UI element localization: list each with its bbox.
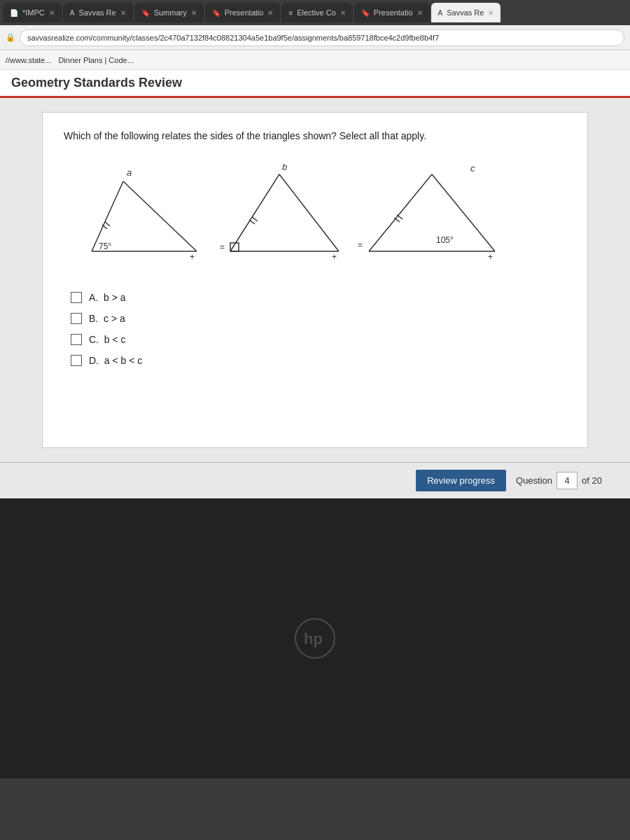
tab-close-savvas2[interactable]: ✕ [488, 9, 493, 17]
svg-line-4 [105, 222, 110, 226]
lock-icon: 🔒 [6, 33, 15, 42]
tab-close-presentation2[interactable]: ✕ [417, 9, 423, 17]
checkbox-b[interactable] [71, 313, 82, 324]
address-bar-input[interactable]: savvasrealize.com/community/classes/2c47… [20, 29, 624, 46]
tab-savvas1[interactable]: A Savvas Re ✕ [63, 3, 133, 22]
tab-close-impc[interactable]: ✕ [49, 9, 55, 17]
tab-presentation1[interactable]: 🔖 Presentatio ✕ [205, 3, 281, 22]
question-label: Question [516, 475, 552, 486]
choice-c[interactable]: C. b < c [71, 334, 566, 345]
browser-tab-bar: 📄 *IMPC ✕ A Savvas Re ✕ 🔖 Summary ✕ 🔖 Pr… [0, 0, 630, 25]
svg-text:=: = [220, 242, 225, 252]
svg-text:+: + [190, 252, 195, 262]
svg-text:+: + [488, 252, 493, 262]
tab-icon-presentation1: 🔖 [212, 9, 220, 17]
address-bar-row: 🔒 savvasrealize.com/community/classes/2c… [0, 25, 630, 50]
tab-icon-elective: ≡ [288, 9, 293, 17]
tab-close-elective[interactable]: ✕ [340, 9, 346, 17]
svg-text:75°: 75° [99, 241, 111, 251]
hp-logo: hp [294, 617, 336, 659]
svg-text:b: b [282, 162, 287, 172]
tab-impc[interactable]: 📄 *IMPC ✕ [3, 3, 62, 22]
bookmark-dinnerplans[interactable]: Dinner Plans | Code... [58, 56, 133, 64]
question-prompt: Which of the following relates the sides… [64, 130, 566, 144]
checkbox-a[interactable] [71, 292, 82, 303]
question-number-box: 4 [556, 472, 578, 489]
page-title: Geometry Standards Review [11, 76, 182, 90]
svg-line-1 [123, 181, 197, 251]
svg-line-0 [92, 181, 123, 251]
choice-b[interactable]: B. c > a [71, 313, 566, 324]
tab-icon-impc: 📄 [10, 9, 18, 17]
triangle2-svg: = + b [209, 160, 349, 272]
choice-a-label: A. b > a [89, 292, 126, 303]
choice-a[interactable]: A. b > a [71, 292, 566, 303]
triangle1-svg: 75° + a [64, 160, 204, 272]
choice-d[interactable]: D. a < b < c [71, 355, 566, 366]
dark-desktop-area: hp [0, 498, 630, 778]
tab-savvas2[interactable]: A Savvas Re ✕ [431, 3, 501, 22]
svg-text:105°: 105° [436, 235, 454, 245]
triangles-illustration: 75° + a = + b [64, 160, 566, 272]
tab-close-presentation1[interactable]: ✕ [267, 9, 273, 17]
svg-text:a: a [127, 167, 132, 178]
svg-line-17 [369, 174, 432, 251]
triangle3-svg: 105° + = c [355, 160, 509, 272]
svg-line-9 [279, 174, 339, 251]
svg-text:hp: hp [304, 630, 323, 648]
main-content: Which of the following relates the sides… [0, 98, 630, 462]
svg-line-12 [252, 217, 258, 221]
page-header: Geometry Standards Review [0, 70, 630, 98]
tab-icon-summary: 🔖 [141, 9, 150, 17]
question-card: Which of the following relates the sides… [42, 112, 588, 448]
svg-text:+: + [332, 252, 337, 262]
tab-icon-savvas1: A [70, 9, 75, 17]
review-progress-button[interactable]: Review progress [416, 470, 506, 491]
tab-summary[interactable]: 🔖 Summary ✕ [134, 3, 204, 22]
bookmark-state[interactable]: //www.state... [6, 56, 51, 64]
choice-c-label: C. b < c [89, 334, 126, 345]
of-total: of 20 [582, 475, 602, 486]
tab-presentation2[interactable]: 🔖 Presentatio ✕ [354, 3, 430, 22]
svg-text:=: = [358, 240, 363, 250]
bottom-bar: Review progress Question 4 of 20 [0, 462, 630, 498]
svg-line-21 [397, 215, 402, 219]
tab-elective[interactable]: ≡ Elective Co ✕ [281, 3, 352, 22]
tab-close-summary[interactable]: ✕ [191, 9, 197, 17]
checkbox-d[interactable] [71, 355, 82, 366]
tab-icon-savvas2: A [438, 9, 443, 17]
bookmarks-bar: //www.state... Dinner Plans | Code... [0, 50, 630, 70]
svg-line-11 [249, 220, 255, 224]
checkbox-c[interactable] [71, 334, 82, 345]
svg-text:c: c [470, 163, 475, 174]
choice-d-label: D. a < b < c [89, 355, 142, 366]
choice-b-label: B. c > a [89, 313, 125, 324]
answer-choices: A. b > a B. c > a C. b < c D. a < b < c [64, 292, 566, 366]
tab-close-savvas1[interactable]: ✕ [120, 9, 126, 17]
tab-icon-presentation2: 🔖 [361, 9, 370, 17]
svg-line-8 [230, 174, 279, 251]
